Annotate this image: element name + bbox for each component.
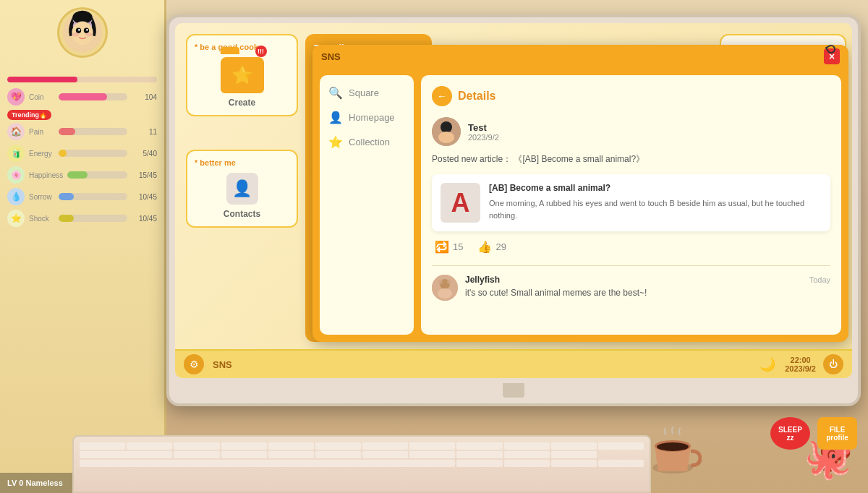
file-button[interactable]: FILE profile (817, 417, 857, 450)
happiness-icon: 🌸 (7, 166, 25, 184)
shock-label: Shock (29, 215, 54, 223)
coin-bar-fill (59, 93, 107, 100)
retweet-button[interactable]: 🔁 15 (435, 240, 463, 254)
nav-item-homepage[interactable]: 👤 Homepage (328, 111, 405, 124)
nav-item-square[interactable]: 🔍 Square (328, 86, 405, 100)
sorrow-label: Sorrow (29, 193, 54, 201)
retweet-icon: 🔁 (435, 240, 449, 254)
shock-bar-fill (59, 215, 74, 222)
spacebar-key (80, 460, 455, 467)
svg-point-8 (86, 29, 88, 31)
comment-content: Jellyfish Today it's so cute! Small anim… (465, 275, 830, 298)
nav-homepage-label: Homepage (349, 112, 395, 123)
energy-label: Energy (29, 150, 54, 158)
energy-value: 5/40 (132, 150, 157, 158)
folder-star-icon: ⭐ (231, 65, 253, 85)
nav-square-label: Square (349, 87, 379, 98)
article-info: [AB] Become a small animal? One morning,… (489, 183, 822, 223)
sleep-button[interactable]: SLEEP zz (770, 417, 810, 450)
task-contacts-label: Contacts (224, 209, 260, 219)
key (598, 460, 644, 467)
taskbar-gear-button[interactable]: ⚙ (184, 354, 204, 374)
coin-label: Coin (29, 93, 54, 101)
task-cook-content: ⭐ !!! Create (195, 57, 289, 108)
comment-text: it's so cute! Small animal memes are the… (465, 288, 830, 298)
file-sub: profile (826, 434, 848, 442)
sns-window: SNS × 🔍 Square 👤 Homepage (312, 45, 848, 342)
key (268, 451, 314, 458)
nav-collection-label: Collection (349, 137, 390, 147)
task-betterme-title: * better me (195, 158, 289, 167)
sorrow-bar-wrap (59, 193, 127, 200)
comment-row: Jellyfish Today it's so cute! Small anim… (432, 275, 830, 301)
coffee-cup-image (644, 421, 702, 479)
stat-shock-row: ⭐ Shock 10/45 (7, 210, 157, 227)
monitor-frame: * be a good cook ⭐ !!! Create * better m… (166, 14, 861, 406)
monitor-neck (503, 383, 524, 398)
happiness-value: 15/45 (132, 171, 157, 179)
key (174, 442, 219, 450)
sleep-sub: zz (787, 434, 794, 442)
key (362, 451, 408, 458)
happiness-bar-wrap (67, 171, 127, 179)
taskbar-power-button[interactable]: ⏻ (823, 354, 843, 374)
post-actions: 🔁 15 👍 29 (432, 240, 830, 254)
character-avatar-image (59, 7, 106, 58)
taskbar-moon-icon: 🌙 (757, 354, 778, 374)
task-folder-icon: ⭐ (221, 57, 264, 93)
keyboard (72, 435, 651, 493)
post-avatar (432, 117, 461, 146)
pain-icon: 🏠 (7, 123, 25, 140)
svg-point-18 (447, 280, 451, 284)
details-back-button[interactable]: ← (432, 86, 452, 106)
energy-bar-wrap (59, 150, 127, 157)
coin-value: 104 (132, 93, 157, 101)
key (80, 451, 172, 458)
taskbar-time: 22:00 2023/9/2 (785, 356, 816, 373)
pain-bar-fill (59, 128, 75, 135)
svg-point-7 (78, 29, 80, 31)
taskbar-date: 2023/9/2 (785, 364, 816, 373)
task-cook-card: * be a good cook ⭐ !!! Create (186, 34, 298, 116)
key (551, 442, 597, 450)
exp-bar-fill (7, 77, 77, 82)
key (551, 460, 597, 467)
stat-energy-row: 🧃 Energy 5/40 (7, 145, 157, 162)
shock-value: 10/45 (132, 215, 157, 223)
key (409, 442, 455, 450)
details-title: Details (458, 90, 495, 103)
post-date: 2023/9/2 (468, 133, 499, 142)
stat-happiness-row: 🌸 Happiness 15/45 (7, 166, 157, 184)
monitor-screen: * be a good cook ⭐ !!! Create * better m… (175, 23, 852, 378)
key (221, 451, 267, 458)
comment-header: Jellyfish Today (465, 275, 830, 285)
nav-item-collection[interactable]: ⭐ Collection (328, 135, 405, 149)
sns-close-button[interactable]: × (824, 48, 840, 64)
key (80, 442, 125, 450)
key (504, 442, 550, 450)
energy-bar-fill (59, 150, 67, 157)
svg-point-16 (438, 288, 452, 299)
taskbar-clock: 22:00 (785, 356, 816, 364)
comment-username: Jellyfish (465, 275, 500, 285)
happiness-label: Happiness (29, 171, 63, 179)
retweet-count: 15 (453, 241, 463, 252)
key (598, 442, 644, 450)
trending-area: Trending🔥 (7, 110, 157, 120)
key (268, 442, 314, 450)
svg-point-9 (72, 33, 79, 36)
article-card[interactable]: A [AB] Become a small animal? One mornin… (432, 174, 830, 231)
sns-title: SNS (321, 51, 341, 62)
coin-icon: 💖 (7, 88, 25, 106)
taskbar: ⚙ SNS 🌙 22:00 2023/9/2 ⏻ (175, 349, 852, 378)
article-excerpt: One morning, A rubbed his eyes and went … (489, 197, 822, 221)
exp-bar-container (7, 77, 157, 82)
key (456, 451, 502, 458)
like-button[interactable]: 👍 29 (477, 240, 506, 254)
svg-point-10 (85, 33, 92, 36)
desktop-content: * be a good cook ⭐ !!! Create * better m… (175, 23, 852, 349)
task-create-label: Create (229, 98, 255, 108)
sorrow-value: 10/45 (132, 193, 157, 201)
key (174, 451, 219, 458)
article-title: [AB] Become a small animal? (489, 183, 822, 193)
